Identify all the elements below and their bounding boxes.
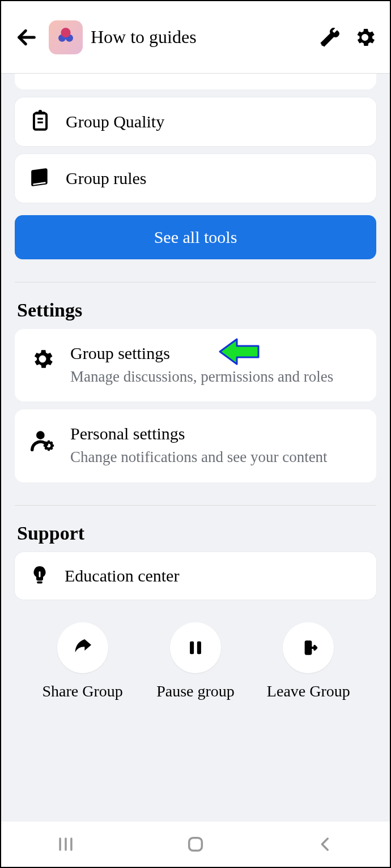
svg-rect-2	[34, 113, 46, 130]
settings-item-group[interactable]: Group settings Manage discussions, permi…	[15, 329, 376, 401]
tool-item-label: Group Quality	[66, 112, 164, 131]
leave-icon	[298, 637, 319, 659]
section-title-settings: Settings	[17, 300, 374, 321]
action-row: Share Group Pause group Leave Group	[15, 600, 376, 719]
tool-item-rules[interactable]: Group rules	[15, 154, 376, 203]
section-divider	[15, 505, 376, 506]
section-divider	[15, 282, 376, 283]
page-title: How to guides	[91, 27, 308, 48]
settings-item-subtitle: Manage discussions, permissions and role…	[70, 366, 333, 387]
action-label: Share Group	[42, 681, 123, 702]
recents-icon	[56, 835, 75, 854]
action-pause[interactable]: Pause group	[144, 622, 246, 702]
action-circle	[283, 622, 334, 673]
action-circle	[170, 622, 221, 673]
tools-icon	[318, 26, 341, 49]
settings-item-title: Personal settings	[70, 424, 328, 443]
nav-back-button[interactable]	[303, 827, 348, 861]
tool-item-label: Group rules	[66, 169, 146, 188]
bulb-icon	[29, 565, 50, 587]
action-leave[interactable]: Leave Group	[257, 622, 359, 702]
gear-icon	[353, 25, 377, 49]
svg-rect-11	[197, 642, 201, 655]
previous-card-peek	[15, 74, 376, 89]
settings-button[interactable]	[351, 24, 379, 51]
settings-item-title: Group settings	[70, 344, 333, 363]
support-item-label: Education center	[65, 566, 179, 585]
nav-recents-button[interactable]	[43, 827, 88, 861]
system-nav-bar	[1, 822, 390, 867]
section-title-support: Support	[17, 523, 374, 544]
group-avatar[interactable]	[49, 20, 83, 54]
tools-button[interactable]	[316, 24, 343, 51]
pause-icon	[186, 638, 205, 657]
svg-rect-15	[189, 838, 202, 851]
svg-rect-10	[190, 642, 194, 655]
chevron-left-icon	[316, 835, 335, 854]
share-icon	[71, 636, 94, 659]
tool-item-quality[interactable]: Group Quality	[15, 97, 376, 146]
user-gear-icon	[29, 426, 56, 452]
book-icon	[29, 166, 51, 190]
gear-icon	[29, 346, 56, 372]
action-label: Pause group	[156, 681, 235, 702]
see-all-tools-button[interactable]: See all tools	[15, 215, 376, 259]
back-button[interactable]	[12, 23, 41, 52]
settings-item-personal[interactable]: Personal settings Change notifications a…	[15, 409, 376, 482]
content-body: Group Quality Group rules See all tools …	[1, 74, 390, 822]
app-header: How to guides	[1, 1, 390, 74]
arrow-left-icon	[15, 26, 38, 49]
nav-home-button[interactable]	[173, 827, 218, 861]
settings-item-subtitle: Change notifications and see your conten…	[70, 447, 328, 467]
home-icon	[186, 835, 205, 854]
svg-point-6	[36, 431, 45, 440]
clipboard-icon	[29, 110, 51, 134]
svg-point-1	[321, 42, 325, 46]
support-item-education[interactable]: Education center	[15, 552, 376, 600]
action-share[interactable]: Share Group	[32, 622, 134, 702]
button-label: See all tools	[154, 228, 237, 246]
action-label: Leave Group	[267, 681, 350, 702]
svg-point-7	[46, 443, 52, 449]
action-circle	[57, 622, 108, 673]
